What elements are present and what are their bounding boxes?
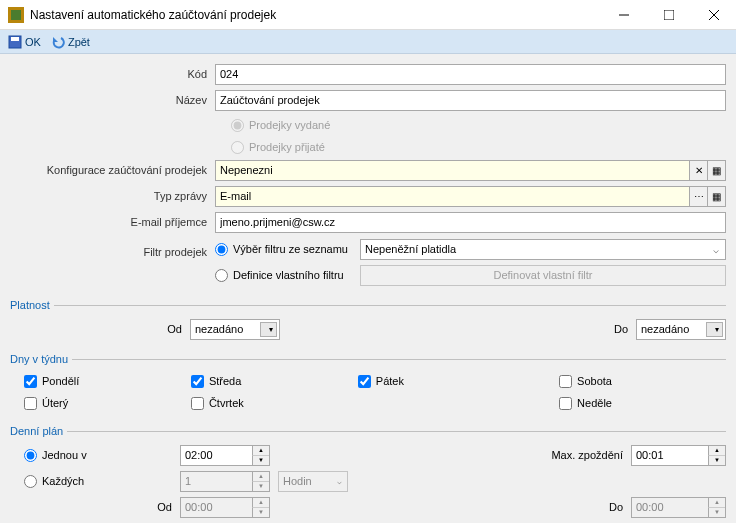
typ-combo[interactable]: E-mail: [215, 186, 690, 207]
max-spinner[interactable]: 00:01▲▼: [631, 445, 726, 466]
day-sobota[interactable]: Sobota: [559, 375, 726, 388]
day-utery[interactable]: Úterý: [24, 397, 191, 410]
ok-button[interactable]: OK: [4, 32, 45, 52]
titlebar: Nastavení automatického zaúčtování prode…: [0, 0, 736, 30]
definovat-button: Definovat vlastní filtr: [360, 265, 726, 286]
maximize-button[interactable]: [646, 0, 691, 29]
toolbar: OK Zpět: [0, 30, 736, 54]
filtr-def-label: Definice vlastního filtru: [233, 269, 344, 281]
typ-lookup-button[interactable]: ▦: [708, 186, 726, 207]
close-button[interactable]: [691, 0, 736, 29]
spinner-up[interactable]: ▲: [252, 446, 269, 456]
konfig-combo[interactable]: Nepenezni: [215, 160, 690, 181]
platnost-od-label: Od: [10, 323, 190, 335]
plan-jednou-radio[interactable]: Jednou v: [10, 449, 180, 462]
platnost-header: Platnost: [10, 294, 726, 316]
plan-od-label: Od: [157, 501, 172, 513]
platnost-do-label: Do: [596, 323, 636, 335]
day-nedele[interactable]: Neděle: [559, 397, 726, 410]
back-label: Zpět: [68, 36, 90, 48]
max-label: Max. zpoždění: [531, 449, 631, 461]
radio-vydane: Prodejky vydané: [231, 119, 330, 132]
filtr-label-text: Filtr prodejek: [10, 246, 215, 258]
day-ctvrtek[interactable]: Čtvrtek: [191, 397, 358, 410]
konfig-clear-button[interactable]: ✕: [690, 160, 708, 181]
plan-od-spinner: 00:00▲▼: [180, 497, 270, 518]
filtr-vyber-label: Výběr filtru ze seznamu: [233, 243, 348, 255]
nazev-label: Název: [10, 94, 215, 106]
back-button[interactable]: Zpět: [47, 32, 94, 52]
svg-rect-7: [11, 37, 19, 41]
minimize-button[interactable]: [601, 0, 646, 29]
day-patek[interactable]: Pátek: [358, 375, 559, 388]
kod-label: Kód: [10, 68, 215, 80]
konfig-label: Konfigurace zaúčtování prodejek: [10, 164, 215, 176]
platnost-od-combo[interactable]: nezadáno▾: [190, 319, 280, 340]
spinner-down[interactable]: ▼: [708, 456, 725, 465]
platnost-do-combo[interactable]: nezadáno▾: [636, 319, 726, 340]
hodin-combo: Hodin: [278, 471, 348, 492]
nazev-input[interactable]: [215, 90, 726, 111]
save-icon: [8, 35, 22, 49]
filtr-def-radio[interactable]: [215, 269, 228, 282]
plan-header: Denní plán: [10, 420, 726, 442]
plan-do-label: Do: [531, 501, 631, 513]
radio-prijate: Prodejky přijaté: [231, 141, 325, 154]
typ-label: Typ zprávy: [10, 190, 215, 202]
filtr-vyber-radio[interactable]: [215, 243, 228, 256]
email-label: E-mail příjemce: [10, 216, 215, 228]
filtr-list-combo[interactable]: Nepeněžní platidla: [360, 239, 726, 260]
konfig-lookup-button[interactable]: ▦: [708, 160, 726, 181]
spinner-down[interactable]: ▼: [252, 456, 269, 465]
plan-kazdych-radio[interactable]: Každých: [10, 475, 180, 488]
svg-rect-1: [11, 10, 21, 20]
day-pondeli[interactable]: Pondělí: [24, 375, 191, 388]
window-title: Nastavení automatického zaúčtování prode…: [30, 8, 601, 22]
dny-header: Dny v týdnu: [10, 348, 726, 370]
svg-rect-3: [664, 10, 674, 20]
kod-input[interactable]: [215, 64, 726, 85]
typ-more-button[interactable]: ⋯: [690, 186, 708, 207]
app-icon: [8, 7, 24, 23]
kazdych-spinner: 1▲▼: [180, 471, 270, 492]
email-input[interactable]: [215, 212, 726, 233]
jednou-time-spinner[interactable]: 02:00▲▼: [180, 445, 270, 466]
plan-do-spinner: 00:00▲▼: [631, 497, 726, 518]
undo-icon: [51, 35, 65, 49]
spinner-up[interactable]: ▲: [708, 446, 725, 456]
ok-label: OK: [25, 36, 41, 48]
day-streda[interactable]: Středa: [191, 375, 358, 388]
